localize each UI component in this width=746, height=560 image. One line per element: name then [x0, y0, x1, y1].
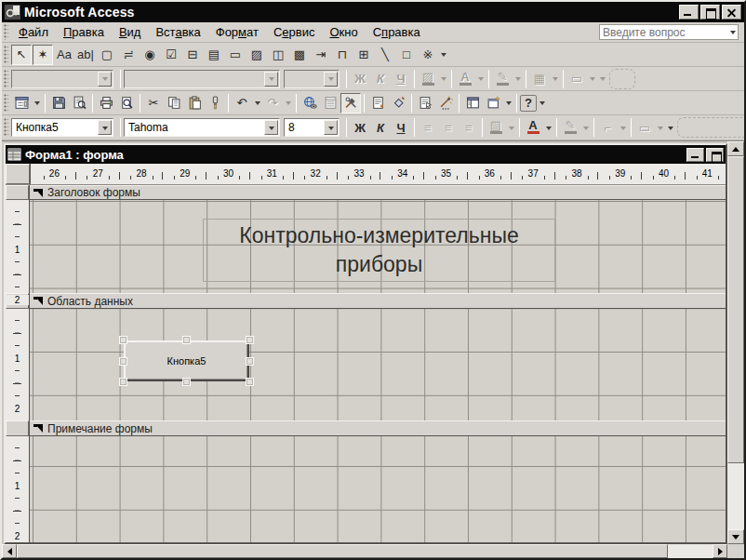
- gridlines-dropdown-icon[interactable]: [550, 67, 560, 90]
- italic-button[interactable]: К: [370, 117, 391, 138]
- menu-item[interactable]: Окно: [322, 23, 365, 41]
- bold-button[interactable]: Ж: [350, 69, 370, 89]
- textbox-button[interactable]: ab|: [75, 45, 96, 65]
- tab-control-button[interactable]: ⊓: [332, 45, 353, 65]
- scroll-right-button[interactable]: [713, 544, 727, 558]
- line-button[interactable]: ╲: [375, 45, 395, 65]
- horizontal-scroll-thumb[interactable]: [17, 544, 668, 558]
- vertical-ruler[interactable]: 12 12 12: [6, 185, 30, 542]
- database-window-button[interactable]: [462, 93, 483, 113]
- restore-button[interactable]: [700, 5, 720, 20]
- ask-question-box[interactable]: [599, 24, 739, 40]
- section-selector-header[interactable]: [6, 185, 29, 200]
- redo-button[interactable]: ↷: [262, 93, 283, 113]
- menu-item[interactable]: Формат: [208, 23, 266, 41]
- line-color-dropdown-icon[interactable]: [580, 115, 591, 140]
- save-button[interactable]: [48, 93, 69, 113]
- formatting-options-icon[interactable]: [665, 115, 675, 140]
- control-wizards-button[interactable]: ✶: [33, 45, 53, 65]
- minimize-button[interactable]: [679, 5, 699, 20]
- standard-options-icon[interactable]: [537, 91, 547, 114]
- border-width-button[interactable]: ⌐: [597, 117, 618, 138]
- scroll-down-button[interactable]: [727, 529, 744, 544]
- bound-object-frame-button[interactable]: ▩: [289, 45, 310, 65]
- command-button-control[interactable]: Кнопка5: [124, 340, 249, 381]
- form-footer-section[interactable]: [30, 436, 726, 542]
- form-window-titlebar[interactable]: Форма1 : форма: [6, 145, 726, 164]
- build-button[interactable]: [435, 93, 456, 113]
- form-minimize-button[interactable]: [686, 148, 704, 162]
- underline-button[interactable]: Ч: [391, 117, 411, 138]
- formatting-disabled-grip[interactable]: [4, 70, 8, 88]
- selection-handle[interactable]: [246, 378, 254, 386]
- toolbar-options-icon[interactable]: [597, 67, 607, 90]
- font-color-button[interactable]: А: [455, 69, 475, 89]
- chevron-down-icon[interactable]: [264, 72, 278, 87]
- special-effect-button[interactable]: ▭: [634, 117, 655, 138]
- command-button-button[interactable]: ▭: [225, 45, 246, 65]
- paste-button[interactable]: [184, 93, 205, 113]
- selection-handle[interactable]: [119, 357, 127, 366]
- gridlines-button[interactable]: ▦: [529, 69, 550, 89]
- form-footer-section-bar[interactable]: Примечание формы: [30, 420, 726, 436]
- detail-section-bar[interactable]: Область данных: [30, 293, 726, 309]
- copy-button[interactable]: [164, 93, 184, 113]
- chevron-down-icon[interactable]: [727, 25, 738, 39]
- size-combo-disabled[interactable]: [284, 70, 340, 88]
- special-effect-button[interactable]: ▭: [566, 69, 587, 89]
- list-box-button[interactable]: ▤: [204, 45, 224, 65]
- line-color-button[interactable]: ✎: [492, 69, 513, 89]
- redo-dropdown-icon[interactable]: [283, 91, 293, 114]
- font-color-dropdown-icon[interactable]: [543, 115, 553, 140]
- chevron-down-icon[interactable]: [324, 72, 338, 87]
- selection-handle[interactable]: [246, 357, 254, 366]
- scroll-up-button[interactable]: [727, 141, 744, 156]
- menu-item[interactable]: Сервис: [266, 23, 323, 41]
- vertical-scroll-thumb[interactable]: [727, 156, 744, 463]
- fill-color-button[interactable]: ▨: [486, 117, 506, 138]
- font-combo-disabled[interactable]: [124, 70, 280, 88]
- align-right-button[interactable]: ≡: [459, 117, 479, 138]
- chevron-down-icon[interactable]: [264, 120, 278, 135]
- option-group-button[interactable]: ▢: [97, 45, 117, 65]
- align-left-button[interactable]: ≡: [418, 117, 438, 138]
- select-objects-button[interactable]: ↖: [11, 45, 32, 65]
- form-header-section-bar[interactable]: Заголовок формы: [30, 185, 726, 200]
- bold-button[interactable]: Ж: [350, 117, 370, 138]
- font-color-button[interactable]: А: [523, 117, 543, 138]
- line-color-dropdown-icon[interactable]: [513, 67, 523, 90]
- form-title-label[interactable]: Контрольно-измерительные приборы: [203, 219, 555, 282]
- fill-color-dropdown-icon[interactable]: [506, 115, 516, 140]
- selection-handle[interactable]: [182, 336, 191, 344]
- formatting-grip[interactable]: [4, 118, 8, 138]
- combo-box-button[interactable]: ⊟: [182, 45, 203, 65]
- border-width-dropdown-icon[interactable]: [618, 115, 628, 140]
- option-button-button[interactable]: ◉: [140, 45, 160, 65]
- image-button[interactable]: ▨: [246, 45, 267, 65]
- toolbox-options-icon[interactable]: [438, 43, 448, 66]
- insert-hyperlink-button[interactable]: [300, 93, 320, 113]
- line-color-button[interactable]: ✎: [560, 117, 580, 138]
- object-combo[interactable]: Кнопка5: [11, 118, 113, 137]
- subform-button[interactable]: ⊞: [353, 45, 374, 65]
- font-combo[interactable]: Tahoma: [124, 118, 280, 137]
- new-object-button[interactable]: [483, 93, 503, 113]
- menu-item[interactable]: Файл: [11, 23, 56, 41]
- scroll-left-button[interactable]: [2, 544, 17, 558]
- ruler-corner-box[interactable]: [6, 164, 30, 184]
- italic-button[interactable]: К: [370, 69, 391, 89]
- selection-handle[interactable]: [119, 378, 127, 386]
- menu-grip[interactable]: [4, 24, 8, 40]
- format-painter-button[interactable]: [205, 93, 225, 113]
- file-search-button[interactable]: [69, 93, 89, 113]
- font-color-dropdown-icon[interactable]: [475, 67, 486, 90]
- font-size-combo[interactable]: 8: [284, 118, 340, 137]
- object-combo-disabled[interactable]: [11, 70, 113, 88]
- special-effect-dropdown-icon[interactable]: [587, 67, 597, 90]
- toolbox-grip[interactable]: [4, 46, 8, 64]
- section-selector-footer[interactable]: [6, 420, 29, 436]
- form-header-section[interactable]: Контрольно-измерительные приборы: [30, 200, 726, 293]
- special-effect-dropdown-icon[interactable]: [655, 115, 665, 140]
- toolbox-toggle-button[interactable]: [340, 93, 361, 113]
- horizontal-ruler[interactable]: 26272829303132333435363738394041: [30, 164, 726, 184]
